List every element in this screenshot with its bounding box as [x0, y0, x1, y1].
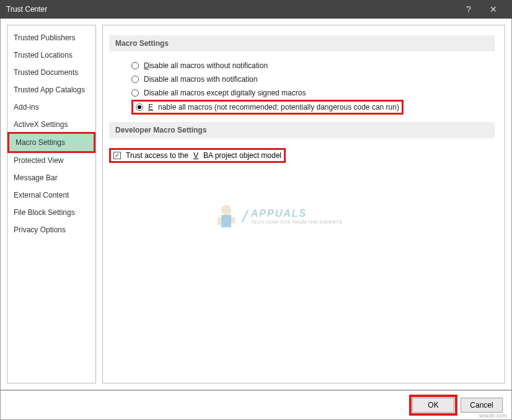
highlight-enable-all: Enable all macros (not recommended; pote… [131, 100, 495, 115]
window-title: Trust Center [6, 5, 456, 14]
radio-label: Disable all macros with notification [144, 75, 257, 84]
radio-label: Disable all macros without notification [144, 61, 268, 70]
svg-point-0 [221, 205, 231, 215]
sidebar-item-external-content[interactable]: External Content [7, 186, 95, 204]
sidebar-item-message-bar[interactable]: Message Bar [7, 169, 95, 186]
sidebar-item-trusted-publishers[interactable]: Trusted Publishers [7, 29, 95, 46]
cancel-button[interactable]: Cancel [461, 398, 503, 413]
watermark: / APPUALS TECH HOW-TO'S FROM THE EXPERTS [214, 201, 342, 232]
sidebar-item-activex-settings[interactable]: ActiveX Settings [7, 116, 95, 133]
radio-icon [131, 76, 139, 83]
checkbox-icon [113, 152, 121, 159]
radio-icon [131, 62, 139, 69]
macro-settings-header: Macro Settings [109, 35, 495, 51]
radio-enable-all[interactable]: Enable all macros (not recommended; pote… [148, 103, 399, 112]
highlight-trust-vba: Trust access to the VBA project object m… [109, 146, 495, 163]
svg-rect-2 [218, 217, 221, 225]
watermark-sub: TECH HOW-TO'S FROM THE EXPERTS [251, 219, 342, 225]
sidebar-item-privacy-options[interactable]: Privacy Options [7, 221, 95, 238]
dialog-body: Trusted Publishers Trusted Locations Tru… [0, 19, 512, 390]
sidebar-item-macro-settings[interactable]: Macro Settings [9, 134, 94, 151]
checkbox-trust-vba[interactable]: Trust access to the VBA project object m… [126, 151, 281, 160]
watermark-mascot-icon [214, 201, 239, 232]
macro-radio-group: Disable all macros without notification … [109, 59, 495, 122]
help-button[interactable]: ? [456, 4, 481, 14]
highlight-sidebar-macro: Macro Settings [7, 132, 95, 153]
sidebar-item-trusted-documents[interactable]: Trusted Documents [7, 64, 95, 81]
ok-button[interactable]: OK [412, 398, 454, 413]
sidebar-item-trusted-app-catalogs[interactable]: Trusted App Catalogs [7, 81, 95, 98]
main-panel: Macro Settings Disable all macros withou… [102, 25, 505, 383]
sidebar-item-protected-view[interactable]: Protected View [7, 152, 95, 169]
svg-rect-1 [221, 215, 231, 227]
radio-disable-except-signed[interactable]: Disable all macros except digitally sign… [131, 86, 495, 100]
sidebar: Trusted Publishers Trusted Locations Tru… [7, 25, 96, 383]
sidebar-item-add-ins[interactable]: Add-ins [7, 98, 95, 116]
titlebar: Trust Center ? ✕ [0, 0, 512, 19]
radio-label: Disable all macros except digitally sign… [144, 89, 306, 97]
close-button[interactable]: ✕ [481, 4, 506, 14]
watermark-brand: APPUALS [251, 208, 307, 219]
dialog-footer: OK Cancel [0, 390, 512, 420]
svg-rect-3 [231, 217, 235, 224]
developer-macro-header: Developer Macro Settings [109, 122, 495, 138]
radio-disable-with-notification[interactable]: Disable all macros with notification [131, 72, 495, 86]
attribution-text: wsxdn.com [479, 413, 507, 419]
sidebar-item-file-block-settings[interactable]: File Block Settings [7, 204, 95, 221]
radio-disable-no-notification[interactable]: Disable all macros without notification [131, 59, 495, 72]
radio-icon [131, 89, 139, 97]
radio-icon [136, 103, 143, 111]
sidebar-item-trusted-locations[interactable]: Trusted Locations [7, 46, 95, 64]
